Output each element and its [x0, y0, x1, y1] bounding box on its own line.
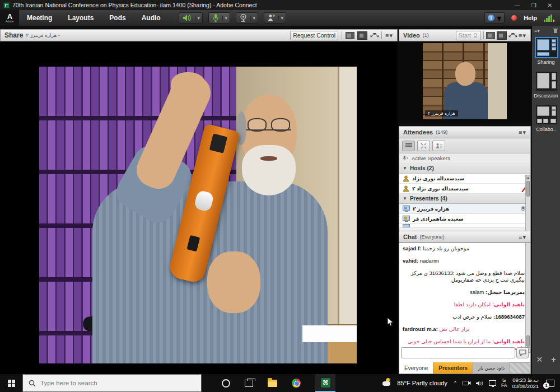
volume-icon[interactable]: [476, 380, 484, 386]
maximize-button[interactable]: ❐: [531, 2, 536, 8]
menu-layouts[interactable]: Layouts: [60, 10, 101, 26]
attendee-row-host-2[interactable]: سیدسعداله نوری نژاد ۲: [399, 184, 530, 194]
taskbar-weather[interactable]: 85°F Partly cloudy: [382, 379, 447, 387]
attendee-status-view-icon[interactable]: [432, 141, 445, 151]
layout-bar-menu-icon[interactable]: ≡▾: [534, 28, 540, 34]
attendee-row-presenter-1[interactable]: هزاره فریبرز ۲: [399, 204, 530, 214]
share-pod-menu-icon[interactable]: ≡▾: [385, 32, 393, 39]
projector-icon[interactable]: [463, 380, 471, 386]
attendee-row-presenter-2[interactable]: سعیده شاهمرادی فر: [399, 214, 530, 224]
chrome-icon[interactable]: [292, 379, 301, 388]
attendee-list-view-icon[interactable]: [402, 141, 415, 151]
divider: [342, 31, 342, 39]
chat-input[interactable]: [401, 347, 515, 358]
chat-pod-body: sajad f: موخوبان رو بلد زحمتا vahid: nad…: [399, 243, 531, 374]
presenter-role-icon: [403, 224, 410, 227]
speaker-button[interactable]: ▾: [179, 12, 203, 24]
active-speaker-icon: [403, 155, 409, 161]
layout-thumb-discussion[interactable]: [536, 72, 557, 91]
attendees-pod-menu-icon[interactable]: ≡▾: [519, 129, 526, 136]
chat-message: سلام صدا قطع و وصل می شود :31636133 ی مر…: [403, 270, 525, 283]
status-caret[interactable]: ▾: [278, 16, 286, 21]
chat-scrollbar[interactable]: ▼: [525, 243, 530, 353]
menu-meeting[interactable]: Meeting: [19, 10, 60, 26]
help-menu[interactable]: Help: [524, 15, 537, 21]
task-view-icon[interactable]: [245, 380, 253, 387]
webcam-caret[interactable]: ▾: [250, 16, 258, 21]
menu-pods[interactable]: Pods: [101, 10, 133, 26]
minimize-button[interactable]: —: [515, 2, 520, 8]
video-pod-menu-icon[interactable]: ≡▾: [519, 32, 526, 39]
request-control-button[interactable]: Request Control: [290, 31, 338, 40]
share-view-mode-2-icon[interactable]: [358, 32, 367, 39]
send-message-button[interactable]: [516, 347, 529, 358]
scroll-up-icon[interactable]: ▲: [526, 175, 530, 180]
action-center-icon[interactable]: 1: [546, 380, 554, 387]
attendees-pod-title: Attendees: [403, 129, 433, 136]
language-indicator[interactable]: فا FA: [501, 378, 507, 388]
video-filmstrip-view-icon[interactable]: [497, 32, 506, 39]
webcam-feed: هزاره فریبرز ۲: [423, 43, 507, 119]
status-button[interactable]: ▾: [264, 12, 286, 24]
start-webcam-button[interactable]: Start: [456, 31, 481, 40]
speaker-caret[interactable]: ▾: [195, 16, 202, 21]
tool-knob: [194, 190, 214, 212]
share-pod-header: Share - هزاره فریبرز ۲ Request Control ⤢…: [0, 29, 398, 41]
start-button[interactable]: [0, 374, 22, 392]
close-button[interactable]: ✕: [548, 2, 552, 8]
partly-cloudy-night-icon: [382, 379, 394, 387]
microphone-caret[interactable]: ▾: [222, 16, 230, 21]
tray-chevron-up-icon[interactable]: ⌃: [453, 380, 458, 386]
microphone-button[interactable]: ▾: [208, 12, 230, 24]
video-grid-view-icon[interactable]: [486, 32, 495, 39]
hosts-section-header[interactable]: ▼ Hosts (2): [399, 164, 530, 174]
chat-pod-menu-icon[interactable]: ≡▾: [519, 234, 526, 241]
video-fullscreen-icon[interactable]: ⤢⤡: [508, 32, 516, 39]
layout-bar: ≡▾ Sharing Discussion: [532, 26, 560, 374]
divider: [381, 31, 382, 39]
file-explorer-icon[interactable]: [268, 380, 277, 387]
share-view-mode-1-icon[interactable]: [346, 32, 354, 39]
taskbar-search[interactable]: [22, 374, 202, 392]
attendee-row-host-1[interactable]: سیدسعداله نوری نژاد: [399, 174, 530, 184]
presenter-hand-top: [171, 72, 206, 99]
video-count: (1): [423, 32, 429, 38]
attendee-breakout-view-icon[interactable]: [417, 141, 430, 151]
presenter-glasses: [246, 118, 291, 130]
attendee-row-partial[interactable]: [399, 224, 530, 228]
attendees-count: (149): [436, 129, 447, 135]
taskbar-clock[interactable]: ب.ظ 09:23 03/08/2021: [512, 377, 539, 389]
webcam-button[interactable]: ▾: [236, 12, 258, 24]
window-title: 70th Iranian National Conference on Phys…: [12, 2, 257, 8]
tool-clamp: [209, 133, 227, 153]
chat-tab-presenters[interactable]: Presenters: [433, 362, 473, 374]
info-caret: ▾: [497, 13, 501, 24]
fullscreen-icon[interactable]: ⤢⤡: [370, 32, 378, 39]
attendees-toolbar: [399, 138, 530, 153]
pod-options-x-icon[interactable]: ✕: [536, 355, 543, 364]
chat-tab-private[interactable]: داود حسن یار: [473, 362, 510, 374]
chat-tab-everyone[interactable]: Everyone: [399, 362, 433, 374]
connection-info-button[interactable]: i ▾: [484, 12, 505, 24]
menu-audio[interactable]: Audio: [134, 10, 169, 26]
attendees-scrollbar[interactable]: ▲: [525, 175, 530, 239]
layout-thumb-sharing[interactable]: [536, 38, 557, 57]
search-input[interactable]: [40, 380, 180, 386]
attendees-pod-header: Attendees (149) ≡▾: [399, 126, 531, 138]
trash-icon[interactable]: [553, 28, 558, 34]
app-icon: [3, 2, 10, 8]
chat-input-row: [401, 347, 529, 359]
adobe-connect-taskbar-icon[interactable]: ⌘: [315, 374, 335, 392]
shared-screen-stage: [0, 42, 398, 374]
workspace: Share - هزاره فریبرز ۲ Request Control ⤢…: [0, 26, 560, 374]
scrollbar-thumb[interactable]: [526, 181, 530, 197]
presenters-section-header[interactable]: ▼ Presenters (4): [399, 194, 530, 204]
add-layout-plus-icon[interactable]: +: [551, 355, 556, 364]
attendees-pod-body: Active Speakers ▼ Hosts (2) سیدسعداله نو…: [399, 138, 531, 239]
scrollbar-thumb[interactable]: [526, 335, 530, 347]
cortana-icon[interactable]: [222, 379, 230, 388]
network-icon[interactable]: [489, 380, 496, 386]
presenter-beard: [242, 145, 296, 195]
collapse-triangle-icon: ▼: [403, 196, 407, 201]
layout-thumb-collaboration[interactable]: [536, 105, 557, 124]
